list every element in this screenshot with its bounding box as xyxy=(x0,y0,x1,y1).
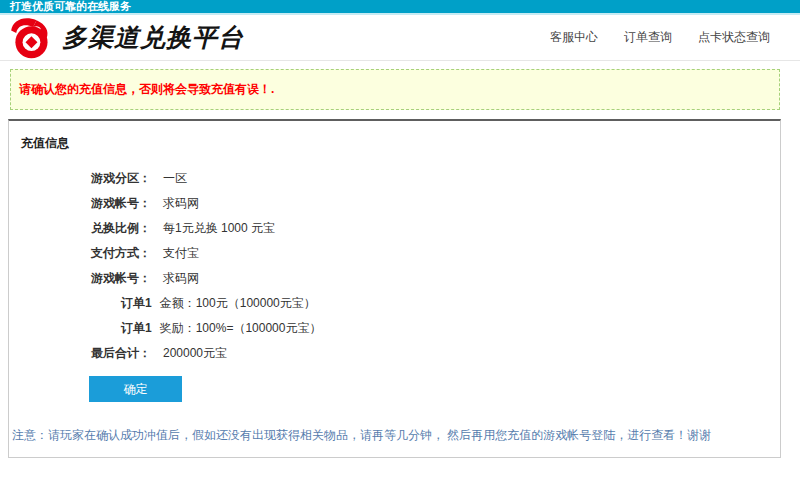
site-header: 多渠道兑换平台 客服中心订单查询点卡状态查询 xyxy=(0,15,800,61)
row-value: 奖励：100%=（100000元宝） xyxy=(160,320,322,337)
row-label: 订单1 xyxy=(121,295,152,312)
info-row: 订单1奖励：100%=（100000元宝） xyxy=(121,316,770,341)
row-label: 订单1 xyxy=(121,320,152,337)
row-label: 最后合计： xyxy=(91,345,151,362)
header-nav: 客服中心订单查询点卡状态查询 xyxy=(550,29,770,46)
row-value: 求码网 xyxy=(163,270,199,287)
info-row: 游戏分区：一区 xyxy=(91,166,770,191)
info-row: 最后合计：200000元宝 xyxy=(91,341,770,366)
info-row: 游戏帐号：求码网 xyxy=(91,191,770,216)
row-value: 金额：100元（100000元宝） xyxy=(160,295,316,312)
row-label: 游戏帐号： xyxy=(91,270,151,287)
row-label: 支付方式： xyxy=(91,245,151,262)
row-label: 游戏帐号： xyxy=(91,195,151,212)
top-slogan-bar: 打造优质可靠的在线服务 xyxy=(0,0,800,15)
row-label: 兑换比例： xyxy=(91,220,151,237)
warning-text: 请确认您的充值信息，否则将会导致充值有误！. xyxy=(19,81,274,98)
logo-text: 多渠道兑换平台 xyxy=(62,21,244,54)
row-label: 游戏分区： xyxy=(91,170,151,187)
site-logo[interactable]: 多渠道兑换平台 xyxy=(8,16,244,60)
logo-coin-icon xyxy=(8,16,60,60)
info-row: 游戏帐号：求码网 xyxy=(91,266,770,291)
nav-link-2[interactable]: 点卡状态查询 xyxy=(698,29,770,46)
row-value: 求码网 xyxy=(163,195,199,212)
slogan-text: 打造优质可靠的在线服务 xyxy=(10,0,131,12)
nav-link-0[interactable]: 客服中心 xyxy=(550,29,598,46)
info-row: 兑换比例：每1元兑换 1000 元宝 xyxy=(91,216,770,241)
row-value: 一区 xyxy=(163,170,187,187)
recharge-warning-banner: 请确认您的充值信息，否则将会导致充值有误！. xyxy=(10,69,780,110)
panel-title: 充值信息 xyxy=(21,135,770,152)
recharge-info-panel: 充值信息 游戏分区：一区游戏帐号：求码网兑换比例：每1元兑换 1000 元宝支付… xyxy=(8,119,781,458)
footer-note: 注意：请玩家在确认成功冲值后，假如还没有出现获得相关物品，请再等几分钟， 然后再… xyxy=(12,428,770,443)
info-row: 支付方式：支付宝 xyxy=(91,241,770,266)
row-value: 每1元兑换 1000 元宝 xyxy=(163,220,275,237)
confirm-button[interactable]: 确定 xyxy=(89,376,182,402)
nav-link-1[interactable]: 订单查询 xyxy=(624,29,672,46)
row-value: 200000元宝 xyxy=(163,345,227,362)
row-value: 支付宝 xyxy=(163,245,199,262)
info-row: 订单1金额：100元（100000元宝） xyxy=(121,291,770,316)
recharge-rows: 游戏分区：一区游戏帐号：求码网兑换比例：每1元兑换 1000 元宝支付方式：支付… xyxy=(9,166,770,366)
